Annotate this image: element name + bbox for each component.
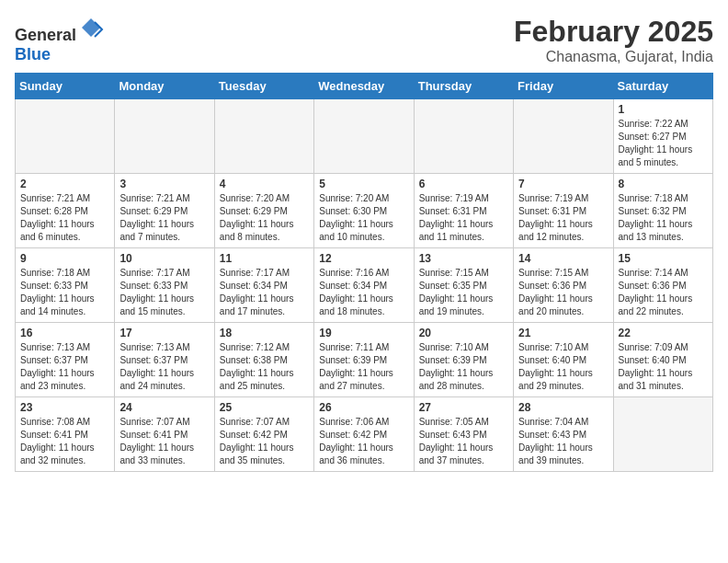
- calendar-day-cell: 24Sunrise: 7:07 AM Sunset: 6:41 PM Dayli…: [115, 397, 214, 472]
- calendar-day-cell: 10Sunrise: 7:17 AM Sunset: 6:33 PM Dayli…: [115, 248, 214, 323]
- calendar-day-cell: 28Sunrise: 7:04 AM Sunset: 6:43 PM Dayli…: [514, 397, 613, 472]
- day-info: Sunrise: 7:07 AM Sunset: 6:41 PM Dayligh…: [119, 416, 209, 467]
- location-label: Chanasma, Gujarat, India: [514, 49, 713, 65]
- day-number: 20: [419, 327, 508, 339]
- calendar-table: SundayMondayTuesdayWednesdayThursdayFrid…: [15, 73, 713, 472]
- logo: General Blue: [15, 15, 104, 64]
- day-info: Sunrise: 7:18 AM Sunset: 6:32 PM Dayligh…: [619, 192, 708, 244]
- day-info: Sunrise: 7:14 AM Sunset: 6:36 PM Dayligh…: [619, 267, 708, 318]
- day-number: 4: [220, 178, 309, 190]
- calendar-day-cell: 11Sunrise: 7:17 AM Sunset: 6:34 PM Dayli…: [214, 248, 313, 323]
- day-number: 24: [119, 401, 209, 414]
- day-info: Sunrise: 7:19 AM Sunset: 6:31 PM Dayligh…: [419, 192, 508, 244]
- page-header: General Blue February 2025 Chanasma, Guj…: [15, 15, 713, 65]
- month-year-title: February 2025: [514, 15, 713, 49]
- day-info: Sunrise: 7:04 AM Sunset: 6:43 PM Dayligh…: [518, 416, 608, 467]
- calendar-day-cell: 3Sunrise: 7:21 AM Sunset: 6:29 PM Daylig…: [115, 174, 214, 248]
- day-number: 16: [20, 327, 109, 339]
- day-info: Sunrise: 7:05 AM Sunset: 6:43 PM Dayligh…: [419, 416, 508, 467]
- day-number: 9: [20, 252, 109, 265]
- calendar-header-row: SundayMondayTuesdayWednesdayThursdayFrid…: [16, 74, 713, 99]
- day-number: 11: [220, 252, 309, 265]
- day-info: Sunrise: 7:15 AM Sunset: 6:35 PM Dayligh…: [419, 267, 508, 318]
- calendar-day-cell: 23Sunrise: 7:08 AM Sunset: 6:41 PM Dayli…: [16, 397, 115, 472]
- day-of-week-header: Thursday: [414, 74, 513, 99]
- calendar-day-cell: 13Sunrise: 7:15 AM Sunset: 6:35 PM Dayli…: [414, 248, 513, 323]
- day-info: Sunrise: 7:17 AM Sunset: 6:34 PM Dayligh…: [220, 267, 309, 318]
- day-info: Sunrise: 7:11 AM Sunset: 6:39 PM Dayligh…: [319, 341, 408, 393]
- day-info: Sunrise: 7:09 AM Sunset: 6:40 PM Dayligh…: [619, 341, 708, 393]
- day-info: Sunrise: 7:21 AM Sunset: 6:28 PM Dayligh…: [20, 192, 109, 244]
- day-info: Sunrise: 7:22 AM Sunset: 6:27 PM Dayligh…: [619, 118, 708, 169]
- day-of-week-header: Friday: [514, 74, 613, 99]
- day-info: Sunrise: 7:17 AM Sunset: 6:33 PM Dayligh…: [119, 267, 209, 318]
- logo-general: General: [15, 26, 76, 44]
- day-number: 5: [319, 178, 408, 190]
- calendar-day-cell: 12Sunrise: 7:16 AM Sunset: 6:34 PM Dayli…: [314, 248, 414, 323]
- day-number: 23: [20, 401, 109, 414]
- calendar-week-row: 1Sunrise: 7:22 AM Sunset: 6:27 PM Daylig…: [16, 99, 713, 174]
- day-info: Sunrise: 7:13 AM Sunset: 6:37 PM Dayligh…: [119, 341, 209, 393]
- calendar-day-cell: 1Sunrise: 7:22 AM Sunset: 6:27 PM Daylig…: [613, 99, 712, 174]
- calendar-day-cell: 5Sunrise: 7:20 AM Sunset: 6:30 PM Daylig…: [314, 174, 414, 248]
- calendar-day-cell: [16, 99, 115, 174]
- day-info: Sunrise: 7:18 AM Sunset: 6:33 PM Dayligh…: [20, 267, 109, 318]
- calendar-day-cell: 21Sunrise: 7:10 AM Sunset: 6:40 PM Dayli…: [514, 323, 613, 397]
- calendar-day-cell: 18Sunrise: 7:12 AM Sunset: 6:38 PM Dayli…: [214, 323, 313, 397]
- calendar-day-cell: 16Sunrise: 7:13 AM Sunset: 6:37 PM Dayli…: [16, 323, 115, 397]
- day-number: 21: [518, 327, 608, 339]
- calendar-day-cell: 22Sunrise: 7:09 AM Sunset: 6:40 PM Dayli…: [613, 323, 712, 397]
- calendar-week-row: 9Sunrise: 7:18 AM Sunset: 6:33 PM Daylig…: [16, 248, 713, 323]
- calendar-day-cell: 20Sunrise: 7:10 AM Sunset: 6:39 PM Dayli…: [414, 323, 513, 397]
- day-number: 19: [319, 327, 408, 339]
- day-info: Sunrise: 7:21 AM Sunset: 6:29 PM Dayligh…: [119, 192, 209, 244]
- calendar-day-cell: [115, 99, 214, 174]
- calendar-day-cell: 14Sunrise: 7:15 AM Sunset: 6:36 PM Dayli…: [514, 248, 613, 323]
- day-number: 3: [119, 178, 209, 190]
- logo-icon: [78, 15, 104, 40]
- calendar-day-cell: [514, 99, 613, 174]
- day-number: 2: [20, 178, 109, 190]
- calendar-day-cell: [414, 99, 513, 174]
- title-block: February 2025 Chanasma, Gujarat, India: [514, 15, 713, 65]
- day-info: Sunrise: 7:16 AM Sunset: 6:34 PM Dayligh…: [319, 267, 408, 318]
- calendar-day-cell: 2Sunrise: 7:21 AM Sunset: 6:28 PM Daylig…: [16, 174, 115, 248]
- day-number: 1: [619, 103, 708, 116]
- day-info: Sunrise: 7:15 AM Sunset: 6:36 PM Dayligh…: [518, 267, 608, 318]
- calendar-week-row: 16Sunrise: 7:13 AM Sunset: 6:37 PM Dayli…: [16, 323, 713, 397]
- calendar-day-cell: 17Sunrise: 7:13 AM Sunset: 6:37 PM Dayli…: [115, 323, 214, 397]
- day-of-week-header: Saturday: [613, 74, 712, 99]
- day-number: 17: [119, 327, 209, 339]
- day-number: 13: [419, 252, 508, 265]
- day-info: Sunrise: 7:19 AM Sunset: 6:31 PM Dayligh…: [518, 192, 608, 244]
- calendar-day-cell: 7Sunrise: 7:19 AM Sunset: 6:31 PM Daylig…: [514, 174, 613, 248]
- calendar-day-cell: 26Sunrise: 7:06 AM Sunset: 6:42 PM Dayli…: [314, 397, 414, 472]
- day-info: Sunrise: 7:07 AM Sunset: 6:42 PM Dayligh…: [220, 416, 309, 467]
- day-number: 26: [319, 401, 408, 414]
- day-info: Sunrise: 7:08 AM Sunset: 6:41 PM Dayligh…: [20, 416, 109, 467]
- calendar-day-cell: [314, 99, 414, 174]
- day-of-week-header: Wednesday: [314, 74, 414, 99]
- calendar-week-row: 2Sunrise: 7:21 AM Sunset: 6:28 PM Daylig…: [16, 174, 713, 248]
- calendar-day-cell: 4Sunrise: 7:20 AM Sunset: 6:29 PM Daylig…: [214, 174, 313, 248]
- calendar-day-cell: 8Sunrise: 7:18 AM Sunset: 6:32 PM Daylig…: [613, 174, 712, 248]
- day-info: Sunrise: 7:10 AM Sunset: 6:39 PM Dayligh…: [419, 341, 508, 393]
- calendar-day-cell: [613, 397, 712, 472]
- calendar-day-cell: [214, 99, 313, 174]
- calendar-week-row: 23Sunrise: 7:08 AM Sunset: 6:41 PM Dayli…: [16, 397, 713, 472]
- calendar-day-cell: 9Sunrise: 7:18 AM Sunset: 6:33 PM Daylig…: [16, 248, 115, 323]
- day-number: 28: [518, 401, 608, 414]
- day-number: 27: [419, 401, 508, 414]
- day-info: Sunrise: 7:06 AM Sunset: 6:42 PM Dayligh…: [319, 416, 408, 467]
- day-number: 7: [518, 178, 608, 190]
- day-of-week-header: Monday: [115, 74, 214, 99]
- day-number: 12: [319, 252, 408, 265]
- calendar-day-cell: 27Sunrise: 7:05 AM Sunset: 6:43 PM Dayli…: [414, 397, 513, 472]
- calendar-day-cell: 19Sunrise: 7:11 AM Sunset: 6:39 PM Dayli…: [314, 323, 414, 397]
- day-number: 14: [518, 252, 608, 265]
- day-number: 8: [619, 178, 708, 190]
- day-number: 15: [619, 252, 708, 265]
- day-number: 25: [220, 401, 309, 414]
- day-info: Sunrise: 7:13 AM Sunset: 6:37 PM Dayligh…: [20, 341, 109, 393]
- day-info: Sunrise: 7:20 AM Sunset: 6:30 PM Dayligh…: [319, 192, 408, 244]
